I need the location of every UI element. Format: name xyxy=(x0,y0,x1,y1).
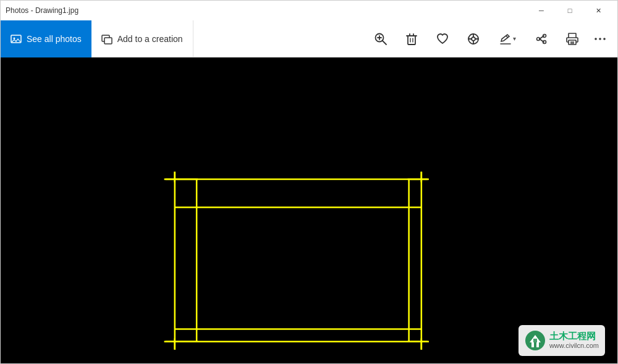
see-all-photos-label: See all photos xyxy=(27,34,82,44)
minimize-button[interactable]: ─ xyxy=(527,1,556,20)
app-window: Photos - Drawing1.jpg ─ □ ✕ See all phot… xyxy=(0,0,618,364)
titlebar-title: Photos - Drawing1.jpg xyxy=(6,6,527,15)
svg-point-1 xyxy=(14,37,15,39)
svg-rect-3 xyxy=(104,38,112,44)
svg-point-30 xyxy=(599,38,601,40)
edit-icon xyxy=(499,33,512,45)
svg-line-5 xyxy=(383,40,387,44)
photo-icon xyxy=(11,33,22,44)
toolbar-actions: ▾ xyxy=(365,20,617,57)
svg-rect-8 xyxy=(408,36,415,44)
heart-icon xyxy=(436,32,449,46)
svg-line-20 xyxy=(506,36,508,38)
svg-rect-25 xyxy=(569,33,576,38)
titlebar-controls: ─ □ ✕ xyxy=(527,1,612,20)
toolbar: See all photos Add to a creation xyxy=(1,20,617,57)
add-to-creation-label: Add to a creation xyxy=(117,34,183,44)
maximize-button[interactable]: □ xyxy=(556,1,584,20)
favorite-button[interactable] xyxy=(427,20,458,57)
add-creation-icon xyxy=(101,33,112,44)
more-icon xyxy=(593,32,607,46)
svg-point-24 xyxy=(537,37,540,40)
more-button[interactable] xyxy=(588,20,612,57)
adjust-icon xyxy=(467,32,480,46)
zoom-in-icon xyxy=(374,32,387,46)
watermark-logo xyxy=(525,330,546,351)
svg-point-22 xyxy=(543,34,546,37)
edit-chevron-icon: ▾ xyxy=(513,35,516,42)
adjust-button[interactable] xyxy=(458,20,489,57)
print-icon xyxy=(565,32,579,46)
edit-button[interactable]: ▾ xyxy=(489,20,526,57)
svg-point-31 xyxy=(603,38,606,40)
content-area: 土木工程网 www.civilcn.com xyxy=(1,57,617,363)
svg-rect-52 xyxy=(533,339,537,342)
svg-rect-50 xyxy=(536,342,539,347)
delete-icon xyxy=(405,32,418,46)
svg-point-29 xyxy=(595,38,597,40)
watermark-text: 土木工程网 www.civilcn.com xyxy=(549,331,599,350)
watermark-chinese: 土木工程网 xyxy=(549,331,599,342)
zoom-in-button[interactable] xyxy=(365,20,396,57)
delete-button[interactable] xyxy=(396,20,427,57)
svg-rect-49 xyxy=(531,342,534,347)
watermark-url: www.civilcn.com xyxy=(549,342,599,350)
add-to-creation-button[interactable]: Add to a creation xyxy=(91,20,193,57)
share-button[interactable] xyxy=(526,20,557,57)
share-icon xyxy=(535,32,548,46)
svg-point-15 xyxy=(472,37,475,41)
titlebar: Photos - Drawing1.jpg ─ □ ✕ xyxy=(1,1,617,20)
see-all-photos-button[interactable]: See all photos xyxy=(1,20,91,57)
watermark: 土木工程网 www.civilcn.com xyxy=(519,325,605,356)
print-button[interactable] xyxy=(557,20,588,57)
close-button[interactable]: ✕ xyxy=(584,1,612,20)
svg-point-23 xyxy=(543,40,546,43)
drawing-svg xyxy=(1,57,617,363)
